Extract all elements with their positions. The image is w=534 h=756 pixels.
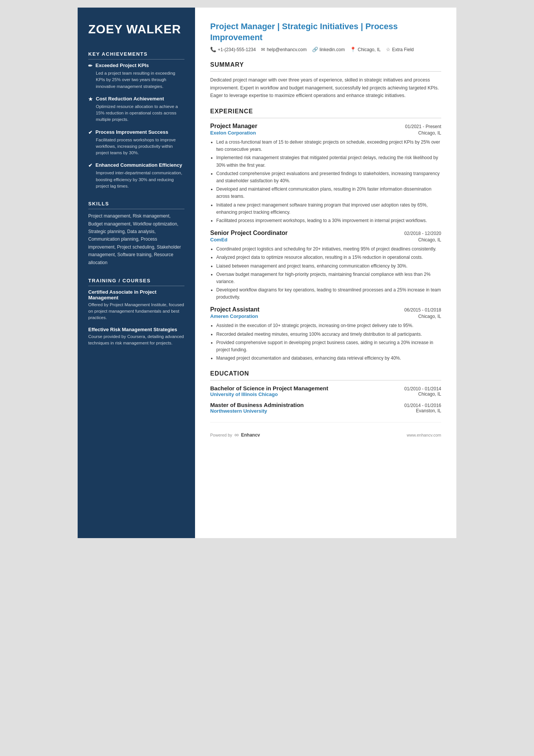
edu-school-row: University of Illinois Chicago Chicago, … [210, 391, 441, 397]
bullet-item: Assisted in the execution of 10+ strateg… [216, 322, 441, 329]
bullet-list: Led a cross-functional team of 15 to del… [210, 139, 441, 224]
exp-header: Senior Project Coordinator 02/2018 - 12/… [210, 230, 441, 236]
bullet-item: Liaised between management and project t… [216, 263, 441, 270]
achievements-list: ✏ Exceeded Project KPIs Led a project te… [88, 63, 184, 189]
achievement-desc: Improved inter-departmental communicatio… [88, 170, 184, 189]
edu-header: Bachelor of Science in Project Managemen… [210, 385, 441, 391]
education-list: Bachelor of Science in Project Managemen… [210, 385, 441, 414]
footer-url: www.enhancv.com [407, 433, 441, 437]
skills-text: Project management, Risk management, Bud… [88, 212, 184, 266]
achievement-icon: ★ [88, 96, 93, 102]
link-icon: 🔗 [312, 47, 318, 52]
experience-divider [210, 118, 441, 118]
enhancv-logo-icon: ∞ [234, 432, 239, 438]
achievements-title: KEY ACHIEVEMENTS [88, 51, 184, 59]
edu-degree: Bachelor of Science in Project Managemen… [210, 385, 328, 391]
achievement-title-text: Cost Reduction Achievement [96, 96, 164, 102]
education-item: Master of Business Administration 01/201… [210, 402, 441, 414]
job-dates: 02/2018 - 12/2020 [404, 231, 441, 236]
achievement-item: ★ Cost Reduction Achievement Optimized r… [88, 96, 184, 123]
bullet-item: Recorded detailed meeting minutes, ensur… [216, 331, 441, 338]
email-value: help@enhancv.com [267, 47, 306, 52]
location-icon: 📍 [350, 47, 356, 52]
edu-location: Chicago, IL [418, 391, 441, 397]
main-title: Project Manager | Strategic Initiatives … [210, 21, 441, 43]
bullet-item: Led a cross-functional team of 15 to del… [216, 139, 441, 153]
job-item: Project Assistant 06/2015 - 01/2018 Amer… [210, 306, 441, 362]
achievement-title: ✏ Exceeded Project KPIs [88, 63, 184, 69]
achievement-desc: Led a project team resulting in exceedin… [88, 70, 184, 90]
achievement-item: ✔ Process Improvement Success Facilitate… [88, 129, 184, 157]
achievement-icon: ✔ [88, 163, 92, 168]
training-item: Effective Risk Management Strategies Cou… [88, 327, 184, 347]
experience-title: EXPERIENCE [210, 108, 441, 115]
contact-phone: 📞 +1-(234)-555-1234 [210, 47, 256, 52]
achievement-icon: ✔ [88, 130, 92, 135]
exp-header: Project Assistant 06/2015 - 01/2018 [210, 306, 441, 313]
bullet-item: Developed and maintained efficient commu… [216, 186, 441, 200]
powered-label: Powered by [210, 433, 232, 437]
training-title-text: Certified Associate in Project Managemen… [88, 289, 184, 301]
achievement-title: ★ Cost Reduction Achievement [88, 96, 184, 102]
company-row: Exelon Corporation Chicago, IL [210, 130, 441, 136]
achievement-title-text: Process Improvement Success [95, 129, 168, 135]
summary-divider [210, 71, 441, 72]
achievement-title: ✔ Process Improvement Success [88, 129, 184, 135]
job-item: Project Manager 01/2021 - Present Exelon… [210, 123, 441, 224]
bullet-list: Assisted in the execution of 10+ strateg… [210, 322, 441, 362]
bullet-list: Coordinated project logistics and schedu… [210, 246, 441, 301]
achievement-item: ✏ Exceeded Project KPIs Led a project te… [88, 63, 184, 90]
training-item: Certified Associate in Project Managemen… [88, 289, 184, 321]
achievement-title-text: Enhanced Communication Efficiency [95, 162, 182, 168]
achievement-title-text: Exceeded Project KPIs [95, 63, 149, 68]
education-item: Bachelor of Science in Project Managemen… [210, 385, 441, 397]
edu-school: University of Illinois Chicago [210, 391, 278, 397]
page-footer: Powered by ∞ Enhancv www.enhancv.com [210, 422, 441, 438]
skills-section: SKILLS Project management, Risk manageme… [88, 201, 184, 266]
bullet-item: Facilitated process improvement workshop… [216, 217, 441, 224]
edu-location: Evanston, IL [416, 408, 441, 414]
job-location: Chicago, IL [418, 130, 441, 136]
job-location: Chicago, IL [418, 237, 441, 243]
training-desc: Offered by Project Management Institute,… [88, 302, 184, 321]
contact-location: 📍 Chicago, IL [350, 47, 381, 52]
contact-bar: 📞 +1-(234)-555-1234 ✉ help@enhancv.com 🔗… [210, 47, 441, 52]
summary-text: Dedicated project manager with over thre… [210, 76, 441, 100]
sidebar: ZOEY WALKER KEY ACHIEVEMENTS ✏ Exceeded … [78, 8, 195, 538]
company-name: ComEd [210, 237, 228, 243]
summary-section: SUMMARY Dedicated project manager with o… [210, 61, 441, 100]
job-location: Chicago, IL [418, 314, 441, 319]
bullet-item: Conducted comprehensive project evaluati… [216, 170, 441, 185]
edu-degree: Master of Business Administration [210, 402, 304, 408]
star-icon: ☆ [386, 47, 390, 52]
education-section: EDUCATION Bachelor of Science in Project… [210, 370, 441, 414]
bullet-item: Oversaw budget management for high-prior… [216, 271, 441, 285]
contact-email: ✉ help@enhancv.com [261, 47, 306, 52]
achievement-icon: ✏ [88, 63, 92, 69]
training-list: Certified Associate in Project Managemen… [88, 289, 184, 346]
training-desc: Course provided by Coursera, detailing a… [88, 333, 184, 347]
job-dates: 06/2015 - 01/2018 [404, 307, 441, 313]
experience-section: EXPERIENCE Project Manager 01/2021 - Pre… [210, 108, 441, 362]
training-title-text: Effective Risk Management Strategies [88, 327, 184, 332]
main-content: Project Manager | Strategic Initiatives … [195, 8, 456, 538]
bullet-item: Provided comprehensive support in develo… [216, 339, 441, 354]
powered-by: Powered by ∞ Enhancv [210, 432, 260, 438]
bullet-item: Implemented risk management strategies t… [216, 154, 441, 169]
edu-dates: 01/2010 - 01/2014 [404, 386, 441, 391]
edu-school-row: Northwestern University Evanston, IL [210, 408, 441, 414]
training-section: TRAINING / COURSES Certified Associate i… [88, 278, 184, 346]
edu-school: Northwestern University [210, 408, 267, 414]
job-dates: 01/2021 - Present [405, 124, 441, 129]
company-name: Exelon Corporation [210, 130, 256, 136]
job-item: Senior Project Coordinator 02/2018 - 12/… [210, 230, 441, 301]
location-value: Chicago, IL [358, 47, 381, 52]
candidate-name: ZOEY WALKER [88, 23, 184, 36]
bullet-item: Coordinated project logistics and schedu… [216, 246, 441, 253]
brand-name: Enhancv [241, 432, 260, 438]
company-row: Ameren Corporation Chicago, IL [210, 313, 441, 319]
achievement-desc: Optimized resource allocation to achieve… [88, 103, 184, 123]
resume-container: ZOEY WALKER KEY ACHIEVEMENTS ✏ Exceeded … [78, 8, 456, 538]
training-title: TRAINING / COURSES [88, 278, 184, 286]
linkedin-value: linkedin.com [320, 47, 345, 52]
